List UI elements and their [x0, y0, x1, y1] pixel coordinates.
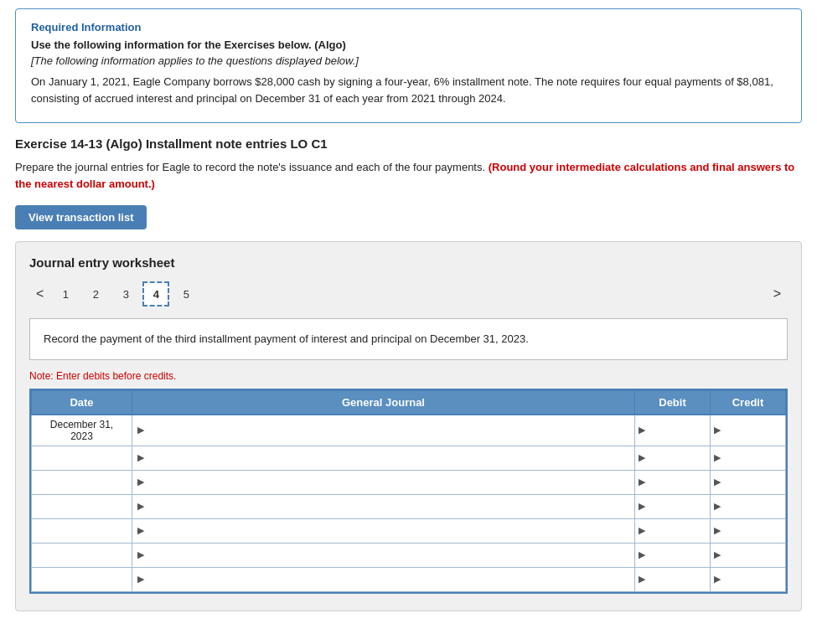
entry-arrow-1: ▶ — [137, 425, 144, 435]
entry-arrow-7: ▶ — [137, 574, 144, 585]
debit-cell-7[interactable]: ▶ — [635, 567, 711, 591]
credit-input-2[interactable] — [722, 446, 785, 470]
credit-arrow-5: ▶ — [714, 525, 721, 536]
debit-arrow-7: ▶ — [639, 574, 645, 585]
table-row: December 31,2023 ▶ ▶ — [32, 415, 786, 446]
table-row: ▶ ▶ ▶ — [32, 518, 786, 543]
credit-cell-2[interactable]: ▶ — [711, 446, 786, 470]
date-cell-1: December 31,2023 — [32, 415, 132, 446]
debit-input-4[interactable] — [647, 495, 710, 518]
debit-input-7[interactable] — [647, 568, 710, 591]
exercise-title: Exercise 14-13 (Algo) Installment note e… — [15, 137, 802, 151]
credit-cell-3[interactable]: ▶ — [711, 470, 786, 494]
tab-5[interactable]: 5 — [173, 281, 199, 307]
entry-cell-6[interactable]: ▶ — [132, 543, 635, 567]
entry-input-4[interactable] — [146, 495, 634, 518]
table-row: ▶ ▶ ▶ — [32, 494, 786, 518]
debit-arrow-1: ▶ — [639, 425, 645, 435]
entry-cell-2[interactable]: ▶ — [132, 446, 635, 470]
entry-arrow-2: ▶ — [137, 452, 144, 463]
info-heading: Use the following information for the Ex… — [31, 39, 786, 51]
debit-input-6[interactable] — [647, 544, 710, 567]
credit-cell-4[interactable]: ▶ — [711, 494, 786, 518]
debit-input-2[interactable] — [647, 446, 710, 470]
debit-cell-5[interactable]: ▶ — [635, 518, 711, 543]
required-info-title: Required Information — [31, 21, 786, 33]
debit-cell-1[interactable]: ▶ — [635, 415, 711, 446]
credit-cell-5[interactable]: ▶ — [711, 518, 786, 543]
description-text: Record the payment of the third installm… — [44, 332, 529, 345]
entry-cell-7[interactable]: ▶ — [132, 567, 635, 591]
credit-cell-1[interactable]: ▶ — [711, 415, 786, 446]
debit-arrow-6: ▶ — [639, 549, 645, 560]
table-row: ▶ ▶ ▶ — [32, 446, 786, 470]
entry-cell-3[interactable]: ▶ — [132, 470, 635, 494]
prev-tab-button[interactable]: < — [29, 285, 50, 303]
debit-input-1[interactable] — [647, 419, 710, 442]
next-tab-button[interactable]: > — [767, 285, 788, 303]
header-debit: Debit — [635, 390, 711, 415]
date-cell-6 — [32, 543, 132, 567]
tab-3[interactable]: 3 — [112, 281, 139, 307]
entry-arrow-4: ▶ — [137, 501, 144, 512]
view-transaction-button[interactable]: View transaction list — [15, 205, 147, 229]
credit-arrow-7: ▶ — [714, 574, 721, 585]
table-row: ▶ ▶ ▶ — [32, 567, 786, 591]
credit-arrow-1: ▶ — [714, 425, 721, 435]
date-cell-3 — [32, 470, 132, 494]
entry-input-7[interactable] — [146, 568, 634, 591]
info-subtitle: [The following information applies to th… — [31, 54, 786, 67]
debit-arrow-2: ▶ — [639, 452, 645, 463]
debit-arrow-4: ▶ — [639, 501, 645, 512]
date-cell-5 — [32, 518, 132, 543]
entry-input-6[interactable] — [146, 544, 634, 567]
debit-cell-6[interactable]: ▶ — [635, 543, 711, 567]
credit-input-4[interactable] — [722, 495, 785, 518]
debit-input-3[interactable] — [647, 471, 710, 494]
instruction-text: Prepare the journal entries for Eagle to… — [15, 159, 802, 192]
credit-input-7[interactable] — [722, 568, 785, 591]
description-box: Record the payment of the third installm… — [29, 318, 788, 360]
date-cell-7 — [32, 567, 132, 591]
entry-arrow-5: ▶ — [137, 525, 144, 536]
credit-arrow-4: ▶ — [714, 501, 721, 512]
entry-input-2[interactable] — [146, 446, 634, 470]
entry-arrow-3: ▶ — [137, 477, 144, 487]
date-cell-4 — [32, 494, 132, 518]
debit-cell-2[interactable]: ▶ — [635, 446, 711, 470]
tab-4[interactable]: 4 — [142, 281, 169, 307]
entry-cell-4[interactable]: ▶ — [132, 494, 635, 518]
journal-table: Date General Journal Debit Credit Decemb… — [31, 390, 786, 592]
credit-arrow-3: ▶ — [714, 477, 721, 487]
credit-input-6[interactable] — [722, 544, 785, 567]
worksheet-container: Journal entry worksheet < 1 2 3 4 5 > Re… — [15, 241, 802, 611]
credit-cell-6[interactable]: ▶ — [711, 543, 786, 567]
entry-arrow-6: ▶ — [137, 549, 144, 560]
entry-input-5[interactable] — [146, 519, 634, 543]
credit-input-1[interactable] — [722, 419, 785, 442]
debit-input-5[interactable] — [647, 519, 710, 543]
entry-input-1[interactable] — [146, 419, 634, 442]
debit-arrow-3: ▶ — [639, 477, 645, 487]
credit-arrow-2: ▶ — [714, 452, 721, 463]
table-row: ▶ ▶ ▶ — [32, 543, 786, 567]
credit-input-5[interactable] — [722, 519, 785, 543]
entry-cell-1[interactable]: ▶ — [132, 415, 635, 446]
credit-cell-7[interactable]: ▶ — [711, 567, 786, 591]
date-cell-2 — [32, 446, 132, 470]
credit-input-3[interactable] — [722, 471, 785, 494]
debit-cell-4[interactable]: ▶ — [635, 494, 711, 518]
journal-table-wrapper: Date General Journal Debit Credit Decemb… — [29, 389, 788, 594]
note-text: Note: Enter debits before credits. — [29, 370, 788, 382]
entry-input-3[interactable] — [146, 471, 634, 494]
credit-arrow-6: ▶ — [714, 549, 721, 560]
info-body: On January 1, 2021, Eagle Company borrow… — [31, 74, 786, 107]
entry-cell-5[interactable]: ▶ — [132, 518, 635, 543]
header-credit: Credit — [711, 390, 786, 415]
required-info-box: Required Information Use the following i… — [15, 8, 802, 123]
debit-arrow-5: ▶ — [639, 525, 645, 536]
worksheet-title: Journal entry worksheet — [29, 255, 788, 270]
tab-1[interactable]: 1 — [52, 281, 79, 307]
debit-cell-3[interactable]: ▶ — [635, 470, 711, 494]
tab-2[interactable]: 2 — [82, 281, 109, 307]
